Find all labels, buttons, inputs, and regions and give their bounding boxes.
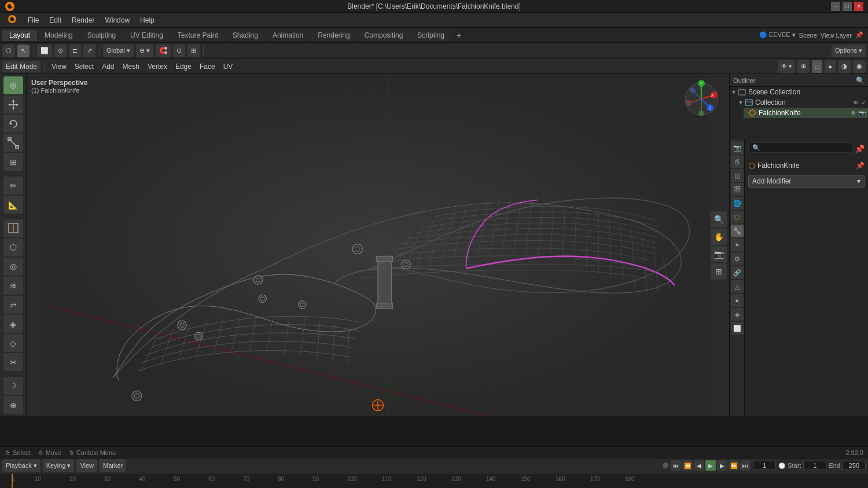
- prop-world-icon[interactable]: 🌐: [731, 197, 744, 210]
- collection-visibility[interactable]: 👁: [853, 100, 859, 106]
- prop-view-layer-icon[interactable]: ◫: [731, 169, 744, 182]
- prev-keyframe-button[interactable]: ⏪: [682, 460, 693, 471]
- marker-dropdown[interactable]: Marker: [100, 459, 126, 472]
- menu-vertex[interactable]: Vertex: [144, 61, 171, 72]
- step-back-button[interactable]: ◀: [694, 460, 704, 471]
- tab-modeling[interactable]: Modeling: [38, 30, 80, 41]
- box-select-button[interactable]: ⬜: [37, 45, 52, 57]
- minimize-button[interactable]: ─: [831, 2, 840, 11]
- tab-uv-editing[interactable]: UV Editing: [123, 30, 170, 41]
- select-mode-button[interactable]: ↖: [17, 45, 30, 57]
- outliner-scene-collection[interactable]: ▾ Scene Collection: [730, 87, 868, 97]
- tab-texture-paint[interactable]: Texture Paint: [171, 30, 225, 41]
- menu-edge[interactable]: Edge: [172, 61, 195, 72]
- viewport-shading-button[interactable]: ⬡: [2, 45, 15, 57]
- shading-render[interactable]: ◉: [853, 60, 866, 73]
- add-modifier-button[interactable]: Add Modifier ▾: [748, 175, 865, 188]
- properties-search[interactable]: [748, 142, 852, 153]
- scale-tool[interactable]: [3, 134, 23, 152]
- edge-slide-tool[interactable]: ⇌: [3, 296, 23, 314]
- shading-solid[interactable]: ●: [825, 60, 836, 73]
- transform-space-button[interactable]: Global ▾: [103, 45, 134, 57]
- proportional-button[interactable]: ⊙: [173, 45, 185, 57]
- prop-modifier-icon[interactable]: 🔧: [731, 225, 744, 237]
- spin-tool[interactable]: ◎: [3, 258, 23, 276]
- outliner-collection[interactable]: ▾ Collection 👁 ✓: [737, 97, 868, 108]
- prop-physics-icon[interactable]: ⚙: [731, 252, 744, 265]
- prop-render-icon[interactable]: 📷: [731, 141, 744, 154]
- pivot-button[interactable]: ⊕ ▾: [136, 45, 153, 57]
- rip-region-tool[interactable]: ✂: [3, 353, 23, 371]
- viewport-overlay-button[interactable]: 👁 ▾: [778, 60, 795, 73]
- menu-mesh[interactable]: Mesh: [119, 61, 143, 72]
- prop-shape-keys-icon[interactable]: ◈: [731, 308, 744, 321]
- menu-edit[interactable]: Edit: [45, 15, 66, 25]
- grab-tool[interactable]: ☽: [3, 377, 23, 395]
- menu-file[interactable]: File: [23, 15, 43, 25]
- end-frame-input[interactable]: [843, 461, 866, 470]
- view-ortho-tool[interactable]: ⊞: [711, 263, 727, 280]
- tab-scripting[interactable]: Scripting: [410, 30, 451, 41]
- prop-object-icon[interactable]: ⬡: [731, 211, 744, 223]
- play-button[interactable]: ▶: [705, 460, 716, 471]
- current-frame-input[interactable]: [753, 461, 776, 470]
- playback-dropdown[interactable]: Playback ▾: [2, 459, 41, 472]
- prop-material-icon[interactable]: ●: [731, 294, 744, 307]
- annotate-tool[interactable]: ✏: [3, 177, 23, 195]
- smooth-tool[interactable]: ≋: [3, 277, 23, 295]
- prop-output-icon[interactable]: 🖨: [731, 155, 744, 168]
- shading-material[interactable]: ◑: [838, 60, 851, 73]
- search-tool[interactable]: 🔍: [711, 211, 727, 228]
- grid-button[interactable]: ⊞: [187, 45, 200, 57]
- navigation-gizmo[interactable]: X Y Z: [678, 79, 724, 125]
- prop-particles-icon[interactable]: ✦: [731, 239, 744, 251]
- tab-animation[interactable]: Animation: [266, 30, 310, 41]
- mode-selector[interactable]: Edit Mode: [2, 61, 41, 72]
- gizmo-button[interactable]: ⊕: [797, 60, 810, 73]
- pin-properties-button[interactable]: 📌: [856, 162, 865, 170]
- view-dropdown[interactable]: View: [76, 459, 97, 472]
- pin-icon[interactable]: 📌: [855, 144, 865, 153]
- tab-sculpting[interactable]: Sculpting: [80, 30, 123, 41]
- tab-compositing[interactable]: Compositing: [358, 30, 410, 41]
- prop-data-icon[interactable]: △: [731, 280, 744, 293]
- jump-start-button[interactable]: ⏮: [671, 460, 681, 471]
- menu-render[interactable]: Render: [67, 15, 99, 25]
- menu-view[interactable]: View: [48, 61, 70, 72]
- outliner-falchion-knife[interactable]: FalchionKnife 👁 📷: [744, 108, 868, 118]
- menu-help[interactable]: Help: [135, 15, 159, 25]
- pin-button[interactable]: 📌: [855, 31, 863, 39]
- menu-blender[interactable]: [2, 13, 22, 27]
- object-visibility[interactable]: 👁: [851, 110, 856, 116]
- prop-scene-icon[interactable]: 🎬: [731, 183, 744, 196]
- tab-rendering[interactable]: Rendering: [311, 30, 356, 41]
- menu-add[interactable]: Add: [98, 61, 117, 72]
- menu-face[interactable]: Face: [196, 61, 219, 72]
- jump-end-button[interactable]: ⏭: [740, 460, 751, 471]
- tab-layout[interactable]: Layout: [2, 30, 37, 41]
- object-render[interactable]: 📷: [859, 110, 866, 116]
- cursor-tool[interactable]: ⊕: [3, 76, 23, 94]
- circle-select-button[interactable]: ⊙: [54, 45, 67, 57]
- loop-cut-tool[interactable]: [3, 219, 23, 237]
- prop-uv-icon[interactable]: ⬜: [731, 322, 744, 335]
- viewport[interactable]: User Perspective (1) FalchionKnife X Y Z: [27, 74, 729, 416]
- timeline-ruler[interactable]: 1 10 20 30 40 50 60 70 80 90 100 110 120…: [0, 474, 868, 488]
- menu-window[interactable]: Window: [100, 15, 134, 25]
- next-keyframe-button[interactable]: ⏩: [729, 460, 739, 471]
- rotate-tool[interactable]: [3, 115, 23, 133]
- custom-tool[interactable]: ⊕: [3, 396, 23, 414]
- tweak-button[interactable]: ↗: [83, 45, 95, 57]
- outliner-filter-button[interactable]: 🔍: [856, 76, 865, 85]
- shear-tool[interactable]: ◇: [3, 334, 23, 352]
- close-button[interactable]: ✕: [854, 2, 863, 11]
- snap-button[interactable]: 🧲: [156, 45, 171, 57]
- view-layer-selector[interactable]: View Layer: [821, 32, 852, 39]
- prop-constraints-icon[interactable]: 🔗: [731, 266, 744, 279]
- hand-tool[interactable]: ✋: [711, 229, 727, 245]
- keying-dropdown[interactable]: Keying ▾: [43, 459, 75, 472]
- measure-tool[interactable]: 📐: [3, 196, 23, 214]
- collection-exclude[interactable]: ✓: [861, 100, 866, 106]
- engine-dropdown[interactable]: 🔵 EEVEE ▾: [759, 31, 796, 39]
- lasso-select-button[interactable]: ⊏: [69, 45, 81, 57]
